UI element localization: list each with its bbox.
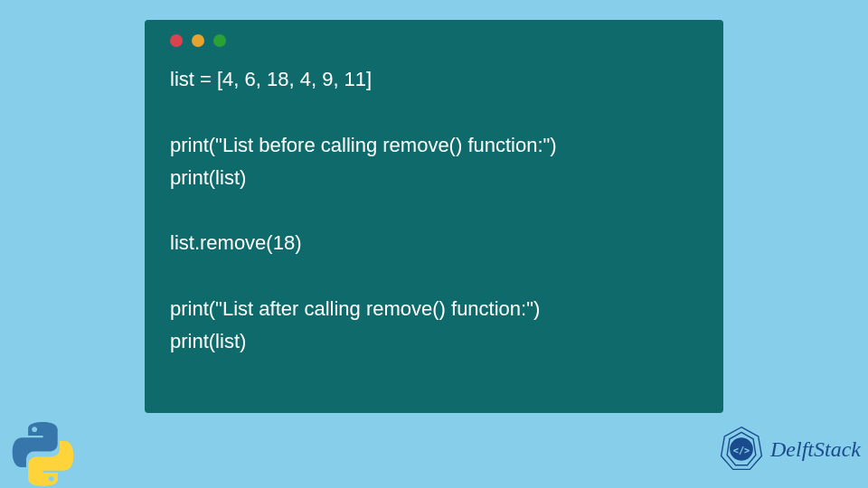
- delftstack-emblem-icon: </>: [716, 424, 767, 474]
- minimize-icon: [192, 34, 204, 47]
- svg-text:</>: </>: [733, 445, 750, 455]
- window-controls: [170, 34, 698, 47]
- close-icon: [170, 34, 183, 47]
- delftstack-logo: </> DelftStack: [716, 424, 861, 474]
- maximize-icon: [213, 34, 226, 47]
- code-window: list = [4, 6, 18, 4, 9, 11] print("List …: [145, 20, 723, 413]
- brand-name: DelftStack: [770, 437, 861, 462]
- python-logo-icon: [9, 420, 77, 488]
- code-content: list = [4, 6, 18, 4, 9, 11] print("List …: [170, 63, 698, 359]
